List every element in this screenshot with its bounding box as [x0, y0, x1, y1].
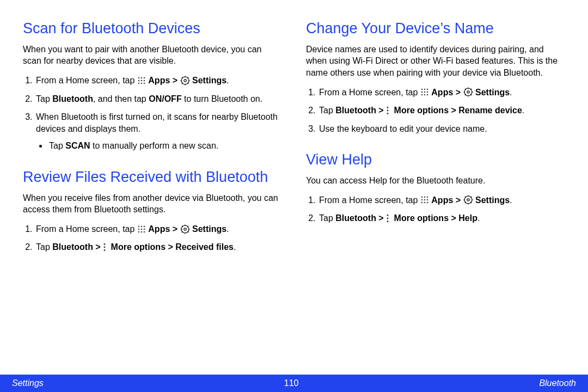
svg-point-3: [138, 79, 140, 81]
apps-icon: [137, 76, 146, 85]
step-3: When Bluetooth is first turned on, it sc…: [35, 111, 282, 152]
svg-point-68: [427, 199, 428, 201]
desc-help: You can access Help for the Bluetooth fe…: [306, 175, 565, 187]
footer-right: Bluetooth: [539, 378, 576, 388]
svg-point-44: [421, 91, 423, 93]
svg-point-82: [387, 215, 389, 216]
right-column: Change Your Device’s Name Device names a…: [306, 20, 565, 375]
svg-point-22: [138, 228, 140, 230]
svg-point-49: [427, 94, 428, 96]
apps-icon: [137, 225, 146, 234]
svg-point-83: [387, 218, 389, 219]
page-number: 110: [284, 378, 299, 388]
svg-point-7: [141, 82, 143, 84]
svg-point-18: [183, 79, 186, 82]
svg-point-64: [424, 197, 426, 198]
footer-left: Settings: [12, 378, 44, 388]
step-2: Tap Bluetooth > More options > Received …: [35, 241, 282, 253]
svg-point-71: [427, 202, 428, 204]
gear-icon: [463, 87, 473, 97]
section-help: View Help You can access Help for the Bl…: [306, 151, 565, 224]
apps-icon: [420, 195, 429, 204]
step-2: Tap Bluetooth, and then tap ON/OFF to tu…: [35, 93, 282, 105]
step-2: Tap Bluetooth > More options > Help.: [318, 212, 565, 224]
svg-point-84: [387, 220, 389, 222]
svg-point-39: [104, 247, 106, 248]
sub-bullet: Tap SCAN to manually perform a new scan.: [48, 140, 282, 152]
svg-point-27: [144, 231, 145, 232]
sub-bullets: Tap SCAN to manually perform a new scan.: [36, 140, 282, 152]
section-scan: Scan for Bluetooth Devices When you want…: [23, 20, 282, 152]
steps-review: From a Home screen, tap Apps > Settings.…: [23, 223, 282, 253]
steps-change: From a Home screen, tap Apps > Settings.…: [306, 87, 565, 135]
desc-scan: When you want to pair with another Bluet…: [23, 44, 282, 67]
step-1: From a Home screen, tap Apps > Settings.: [318, 194, 565, 206]
gear-icon: [463, 195, 473, 205]
heading-help: View Help: [306, 151, 565, 169]
svg-point-81: [467, 199, 469, 201]
svg-point-60: [387, 107, 389, 108]
svg-point-61: [387, 109, 389, 111]
svg-point-63: [421, 197, 423, 198]
steps-scan: From a Home screen, tap Apps > Settings.…: [23, 75, 282, 152]
step-2: Tap Bluetooth > More options > Rename de…: [318, 105, 565, 117]
desc-change: Device names are used to identify device…: [306, 44, 565, 79]
svg-point-38: [104, 243, 106, 245]
svg-point-25: [138, 231, 140, 232]
svg-point-42: [424, 89, 426, 90]
svg-point-66: [421, 199, 423, 201]
svg-point-65: [427, 197, 428, 198]
svg-point-8: [144, 82, 145, 84]
svg-point-47: [421, 94, 423, 96]
svg-point-2: [144, 77, 145, 78]
more-options-icon: [386, 214, 391, 223]
svg-point-23: [141, 228, 143, 230]
more-options-icon: [386, 106, 391, 115]
svg-point-26: [141, 231, 143, 232]
left-column: Scan for Bluetooth Devices When you want…: [23, 20, 282, 375]
section-review: Review Files Received with Bluetooth Whe…: [23, 168, 282, 253]
svg-point-59: [467, 91, 469, 93]
svg-point-70: [424, 202, 426, 204]
heading-scan: Scan for Bluetooth Devices: [23, 20, 282, 38]
step-3: Use the keyboard to edit your device nam…: [318, 123, 565, 135]
page-footer: Settings 110 Bluetooth: [0, 375, 588, 392]
svg-point-43: [427, 89, 428, 90]
step-1: From a Home screen, tap Apps > Settings.: [35, 223, 282, 235]
svg-point-69: [421, 202, 423, 204]
svg-point-1: [141, 77, 143, 78]
page-content: Scan for Bluetooth Devices When you want…: [0, 0, 588, 375]
svg-point-21: [144, 225, 145, 227]
svg-point-19: [138, 225, 140, 227]
gear-icon: [180, 76, 190, 85]
section-change: Change Your Device’s Name Device names a…: [306, 20, 565, 134]
svg-point-0: [138, 77, 140, 78]
steps-help: From a Home screen, tap Apps > Settings.…: [306, 194, 565, 224]
svg-point-41: [421, 89, 423, 90]
svg-point-62: [387, 113, 389, 114]
more-options-icon: [103, 243, 108, 252]
svg-point-5: [144, 79, 145, 81]
step-1: From a Home screen, tap Apps > Settings.: [35, 75, 282, 87]
svg-point-46: [427, 91, 428, 93]
svg-point-40: [104, 249, 106, 251]
heading-review: Review Files Received with Bluetooth: [23, 168, 282, 187]
svg-point-4: [141, 79, 143, 81]
heading-change: Change Your Device’s Name: [306, 20, 565, 38]
step-1: From a Home screen, tap Apps > Settings.: [318, 87, 565, 99]
svg-point-20: [141, 225, 143, 227]
svg-point-67: [424, 199, 426, 201]
apps-icon: [420, 88, 429, 96]
gear-icon: [180, 224, 190, 234]
desc-review: When you receive files from another devi…: [23, 192, 282, 216]
svg-point-48: [424, 94, 426, 96]
svg-point-6: [138, 82, 140, 84]
svg-point-45: [424, 91, 426, 93]
svg-point-37: [183, 228, 186, 230]
svg-point-24: [144, 228, 145, 230]
